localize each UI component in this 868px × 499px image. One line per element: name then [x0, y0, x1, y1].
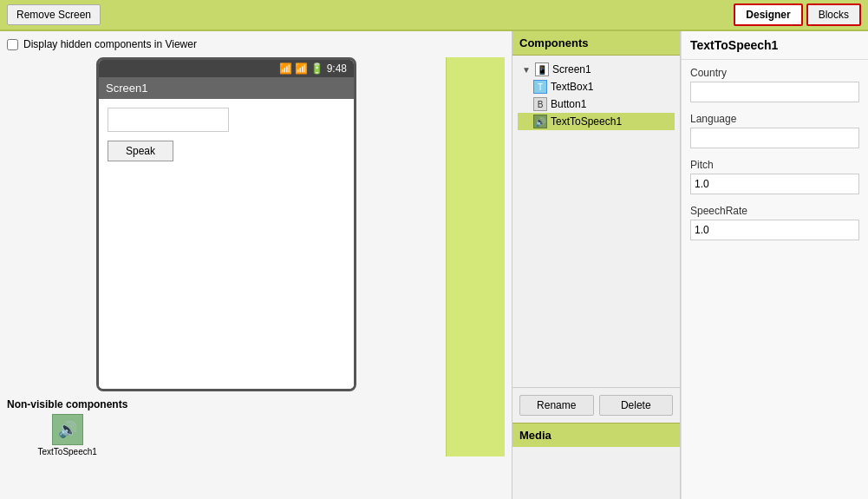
- phone-app-title: Screen1: [106, 82, 147, 95]
- tree-label-tts1: TextToSpeech1: [551, 115, 622, 128]
- properties-body: CountryLanguagePitchSpeechRate: [682, 60, 868, 499]
- viewer-content: 📶 📶 🔋 9:48 Screen1 Speak Non-visible com…: [7, 57, 505, 456]
- non-visible-label: Non-visible components: [7, 398, 127, 410]
- tts-icon: 🔊: [533, 115, 547, 128]
- non-visible-tts: 🔊 TextToSpeech1: [37, 414, 96, 456]
- tts-icon: 🔊: [52, 414, 83, 445]
- phone-time: 9:48: [327, 62, 347, 75]
- phone-status-icons: 📶 📶 🔋 9:48: [279, 62, 347, 75]
- non-visible-section: Non-visible components 🔊 TextToSpeech1: [7, 398, 127, 456]
- prop-input-country[interactable]: [690, 82, 859, 102]
- delete-button[interactable]: Delete: [599, 395, 674, 416]
- phone-body: Speak: [99, 99, 354, 391]
- designer-button[interactable]: Designer: [734, 3, 802, 26]
- button-icon: B: [533, 97, 547, 111]
- prop-label-speech_rate: SpeechRate: [690, 205, 859, 217]
- main-layout: Display hidden components in Viewer 📶 📶 …: [0, 31, 868, 499]
- properties-panel: TextToSpeech1 CountryLanguagePitchSpeech…: [681, 31, 868, 499]
- phone-titlebar: Screen1: [99, 77, 354, 99]
- phone-textbox-input[interactable]: [108, 108, 229, 132]
- components-footer: Rename Delete: [512, 387, 680, 423]
- blocks-button[interactable]: Blocks: [806, 3, 861, 26]
- toolbar-right: Designer Blocks: [734, 3, 861, 26]
- tree-item-screen1[interactable]: ▼📱Screen1: [518, 61, 675, 78]
- remove-screen-button[interactable]: Remove Screen: [7, 4, 101, 25]
- prop-label-pitch: Pitch: [690, 159, 859, 171]
- prop-group-country: Country: [690, 67, 859, 102]
- tree-item-button1[interactable]: BButton1: [518, 95, 675, 113]
- tree-item-textbox1[interactable]: TTextBox1: [518, 78, 675, 95]
- components-tree: ▼📱Screen1TTextBox1BButton1🔊TextToSpeech1: [512, 56, 680, 387]
- toolbar: Remove Screen Designer Blocks: [0, 0, 868, 31]
- tree-label-textbox1: TextBox1: [551, 81, 593, 93]
- components-panel: Components ▼📱Screen1TTextBox1BButton1🔊Te…: [512, 31, 681, 499]
- rename-button[interactable]: Rename: [519, 395, 594, 416]
- media-body: [512, 447, 680, 499]
- nv-tts-label: TextToSpeech1: [37, 447, 96, 456]
- screen-icon: 📱: [535, 62, 549, 76]
- components-header: Components: [512, 31, 680, 56]
- phone-speak-button[interactable]: Speak: [108, 141, 173, 161]
- prop-label-language: Language: [690, 113, 859, 125]
- tree-toggle-screen1[interactable]: ▼: [521, 64, 532, 75]
- tree-label-screen1: Screen1: [552, 63, 591, 76]
- prop-input-speech_rate[interactable]: [690, 220, 859, 240]
- media-header: Media: [512, 423, 680, 447]
- phone-status-bar: 📶 📶 🔋 9:48: [99, 60, 354, 77]
- prop-input-language[interactable]: [690, 128, 859, 148]
- phone-mockup: 📶 📶 🔋 9:48 Screen1 Speak: [96, 57, 356, 391]
- textbox-icon: T: [533, 80, 547, 94]
- prop-group-speech_rate: SpeechRate: [690, 205, 859, 240]
- viewer-panel: Display hidden components in Viewer 📶 📶 …: [0, 31, 512, 499]
- viewer-options: Display hidden components in Viewer: [7, 38, 505, 50]
- show-hidden-checkbox[interactable]: [7, 39, 18, 50]
- viewer-green-strip: [446, 57, 505, 456]
- phone-area: 📶 📶 🔋 9:48 Screen1 Speak Non-visible com…: [7, 57, 446, 456]
- tree-item-tts1[interactable]: 🔊TextToSpeech1: [518, 113, 675, 130]
- toolbar-left: Remove Screen: [7, 4, 101, 25]
- properties-title: TextToSpeech1: [682, 31, 868, 60]
- prop-label-country: Country: [690, 67, 859, 79]
- prop-group-pitch: Pitch: [690, 159, 859, 194]
- tree-label-button1: Button1: [551, 98, 586, 110]
- prop-group-language: Language: [690, 113, 859, 148]
- show-hidden-label: Display hidden components in Viewer: [23, 38, 197, 50]
- prop-input-pitch[interactable]: [690, 174, 859, 194]
